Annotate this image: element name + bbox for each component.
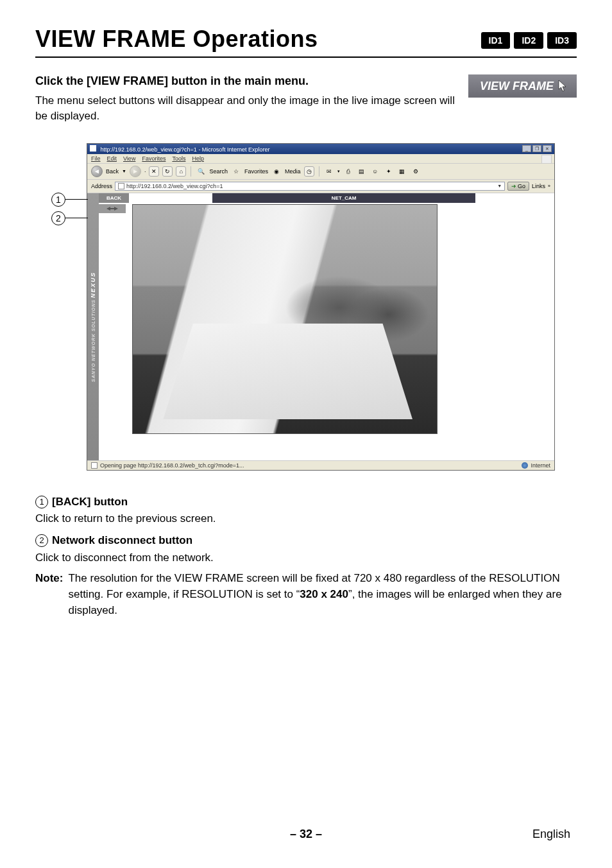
media-label[interactable]: Media [285,168,301,175]
id-badge-1: ID1 [481,32,511,49]
page-number: – 32 – [290,828,322,841]
go-label: Go [518,183,525,189]
menu-file[interactable]: File [91,155,101,162]
network-disconnect-button[interactable] [99,204,126,213]
instruction-text: Click the [VIEW FRAME] button in the mai… [35,74,455,124]
browser-addressbar: Address http://192.168.0.2/web_view.cgi?… [87,180,554,193]
toolbar-sep-1 [191,166,191,177]
go-button[interactable]: ➜ Go [507,182,529,191]
desc-item-1: 1 [BACK] button Click to return to the p… [35,494,577,527]
address-input[interactable]: http://192.168.0.2/web_view.cgi?ch=1 ▼ [115,182,505,191]
note-text: The resolution for the VIEW FRAME screen… [68,571,577,618]
view-frame-button-label: VIEW FRAME [480,80,554,93]
back-dropdown-icon[interactable]: ▼ [122,169,126,173]
edit-icon[interactable]: ▤ [357,166,367,177]
browser-window: http://192.168.0.2/web_view.cgi?ch=1 - M… [87,143,555,471]
forward-nav-icon[interactable]: ► [130,166,141,177]
callout-line-2 [65,218,88,219]
id-badge-2: ID2 [514,32,543,49]
favorites-icon[interactable]: ☆ [231,166,241,177]
forward-sep: · [144,168,146,175]
id-badges: ID1 ID2 ID3 [481,32,577,49]
netcam-title: NET_CAM [212,193,475,203]
id-badge-3: ID3 [547,32,577,49]
desc-label-1: 1 [BACK] button [35,494,128,510]
menu-help[interactable]: Help [192,155,204,162]
menu-tools[interactable]: Tools [172,155,185,162]
callout-1: 1 [51,193,88,207]
callout-circle-2: 2 [51,211,65,225]
favorites-label[interactable]: Favorites [244,168,268,175]
back-nav-label[interactable]: Back [106,168,119,175]
stop-icon[interactable]: ✕ [149,166,159,177]
callout-circle-1: 1 [51,193,65,207]
desc-label-2: 2 Network disconnect button [35,533,192,549]
instruction-desc: The menu select buttons will disappear a… [35,93,455,124]
sidebar-brand-sub: SANYO NETWORK SOLUTIONS [91,299,96,382]
titlebar-left: http://192.168.0.2/web_view.cgi?ch=1 - M… [90,145,269,153]
status-page-icon [91,462,98,469]
address-url: http://192.168.0.2/web_view.cgi?ch=1 [126,183,223,189]
footer-lang: English [532,828,570,841]
media-icon[interactable]: ◉ [271,166,282,177]
internet-zone-label: Internet [531,462,550,469]
footer: – 32 – English [0,828,612,841]
refresh-icon[interactable]: ↻ [162,166,173,177]
extra-icon[interactable]: ⚙ [411,166,421,177]
item1-text: Click to return to the previous screen. [35,511,577,527]
print-icon[interactable]: ⎙ [343,166,353,177]
home-icon[interactable]: ⌂ [176,166,186,177]
menu-favorites[interactable]: Favorites [142,155,166,162]
callout-line-1 [65,199,88,200]
note-block: Note: The resolution for the VIEW FRAME … [35,571,577,618]
camera-table [163,324,412,420]
back-button[interactable]: BACK [99,193,129,203]
search-label[interactable]: Search [209,168,228,175]
toolbar-sep-2 [319,166,319,177]
messenger-icon[interactable]: ✦ [384,166,394,177]
camera-live-image [132,204,438,434]
desc-item-2: 2 Network disconnect button Click to dis… [35,532,577,566]
circle-1: 1 [35,496,48,508]
research-icon[interactable]: ▦ [397,166,407,177]
window-title: http://192.168.0.2/web_view.cgi?ch=1 - M… [101,146,270,153]
status-text: Opening page http://192.168.0.2/web_tch.… [100,462,244,469]
disconnect-icon [106,206,119,211]
address-label: Address [91,183,112,189]
menu-view[interactable]: View [123,155,135,162]
menu-edit[interactable]: Edit [107,155,117,162]
mail-dropdown[interactable]: ▾ [337,169,340,174]
main-content: BACK NET_CAM [99,193,554,460]
history-icon[interactable]: ◷ [304,166,314,177]
status-right: Internet [522,462,550,469]
address-page-icon [118,183,124,189]
item2-text: Click to disconnect from the network. [35,550,577,566]
address-dropdown-icon[interactable]: ▼ [497,184,502,188]
go-arrow-icon: ➜ [511,183,516,189]
close-button[interactable]: ✕ [543,145,552,152]
item2-label: Network disconnect button [52,533,192,549]
search-icon[interactable]: 🔍 [196,166,206,177]
window-controls: _ ❐ ✕ [522,145,552,152]
discuss-icon[interactable]: ☺ [370,166,380,177]
note-bold: 320 x 240 [300,588,348,600]
browser-menubar: File Edit View Favorites Tools Help [87,154,554,163]
links-expand-icon[interactable]: » [548,184,550,188]
instruction-title: Click the [VIEW FRAME] button in the mai… [35,74,455,88]
circle-2: 2 [35,534,48,547]
mail-icon[interactable]: ✉ [324,166,334,177]
back-nav-icon[interactable]: ◄ [91,166,103,177]
browser-content: SANYO NETWORK SOLUTIONS NEXUS BACK NET_C… [87,193,554,460]
cam-header: BACK NET_CAM [99,193,554,203]
view-frame-button[interactable]: VIEW FRAME [468,74,577,98]
instruction-block: Click the [VIEW FRAME] button in the mai… [35,74,577,124]
links-label[interactable]: Links [532,183,545,189]
status-left: Opening page http://192.168.0.2/web_tch.… [91,462,244,469]
ie-icon [90,145,96,152]
sidebar-brand-top: NEXUS [90,271,96,297]
maximize-button[interactable]: ❐ [532,145,541,152]
callout-2: 2 [51,211,88,225]
browser-titlebar: http://192.168.0.2/web_view.cgi?ch=1 - M… [87,144,554,154]
browser-statusbar: Opening page http://192.168.0.2/web_tch.… [87,460,554,470]
minimize-button[interactable]: _ [522,145,531,152]
